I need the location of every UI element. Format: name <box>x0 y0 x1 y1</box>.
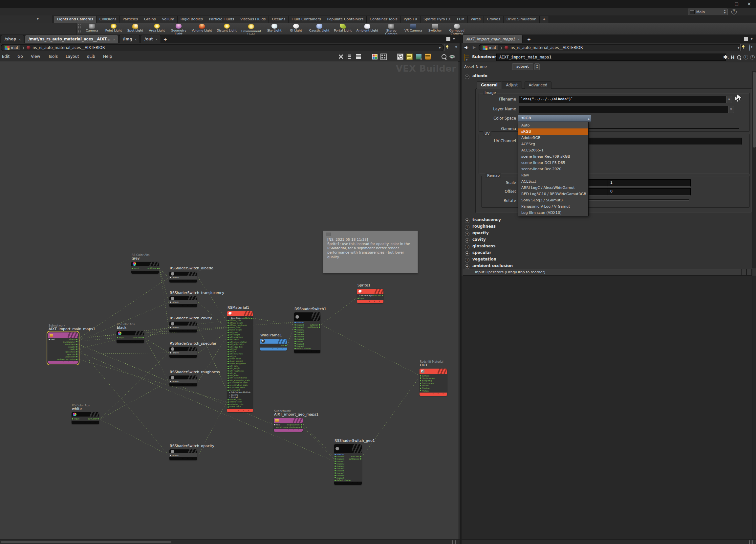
path-tab[interactable]: /shop× <box>1 35 24 43</box>
colorspace-option[interactable]: Auto <box>518 122 588 128</box>
node-RSShaderSwitch1[interactable]: RSShaderSwitch1selectorshader0outColorsh… <box>294 313 320 353</box>
group-vegetation[interactable]: +vegetation <box>465 255 496 262</box>
pane-corner-icon[interactable] <box>749 540 753 544</box>
minimize-button[interactable]: – <box>718 1 728 7</box>
menu-go[interactable]: Go <box>13 52 27 61</box>
input-port-dot[interactable] <box>294 338 296 340</box>
colorspace-option[interactable]: RED Log3G10 / REDWideGamutRGB <box>518 191 588 197</box>
expand-icon[interactable]: + <box>465 251 469 256</box>
left-path-field[interactable]: mat ❭ ns_rs_auto_material_aces__AIXTERIO… <box>1 44 444 51</box>
offset-y-input[interactable]: 0 <box>608 188 691 195</box>
colorspace-option[interactable]: ACEScct <box>518 178 588 185</box>
node-port-row[interactable]: refl_metalness <box>227 353 253 355</box>
input-port-dot[interactable] <box>420 385 421 386</box>
shelf-tool[interactable]: Portal Light <box>333 23 353 33</box>
node-port-row[interactable]: ss_scatter_coeff <box>227 387 253 389</box>
shelf-tab[interactable]: Container Tools <box>367 16 400 23</box>
node-port-row[interactable]: specular <box>48 353 78 356</box>
node-port-row[interactable]: vegetation <box>48 356 78 358</box>
node-port-row[interactable]: ss_amount <box>227 389 253 391</box>
shelf-tool[interactable]: GI Light <box>286 23 306 33</box>
close-tab-icon[interactable]: × <box>517 38 520 41</box>
group-cavity[interactable]: +cavity <box>465 236 486 243</box>
grid-icon[interactable] <box>380 54 387 60</box>
node-port-row[interactable]: ▾Overall <box>227 396 253 399</box>
output-port-dot[interactable] <box>76 354 77 355</box>
asset-name-value[interactable]: subnet <box>512 63 533 70</box>
output-port-dot[interactable] <box>76 346 77 348</box>
input-operators-area[interactable] <box>462 276 756 540</box>
output-port-dot[interactable] <box>76 356 77 358</box>
node-port-row[interactable]: refl_roughness <box>227 336 253 338</box>
node-port-row[interactable]: opacity <box>48 346 78 348</box>
output-port-dot[interactable] <box>319 324 320 326</box>
node-port-row[interactable]: shader3 <box>294 331 320 333</box>
expand-icon[interactable]: + <box>465 264 469 269</box>
display-node-icon[interactable] <box>397 54 403 60</box>
input-port-dot[interactable] <box>227 332 229 333</box>
node-port-row[interactable]: ▸more <box>169 326 197 330</box>
path-history-icon[interactable]: ▼ <box>738 46 740 49</box>
help-icon[interactable]: ? <box>731 9 737 14</box>
menu-edit[interactable]: Edit <box>0 52 13 61</box>
node-port-row[interactable]: refl_edge_tint <box>227 346 253 348</box>
shelf-tool[interactable]: Geometry Light <box>169 23 188 36</box>
node-port-row[interactable]: shader5 <box>334 467 362 469</box>
input-port-dot[interactable] <box>227 359 229 360</box>
input-port-dot[interactable] <box>357 298 359 299</box>
layer-name-input[interactable] <box>519 106 729 113</box>
node-port-row[interactable]: refr_absorption_scale <box>227 380 253 382</box>
input-port-dot[interactable] <box>170 277 171 278</box>
input-port-dot[interactable] <box>294 334 296 335</box>
input-ops-button-1[interactable] <box>741 269 746 276</box>
node-port-row[interactable]: ▸Sub-Surface Multiple Scatte... <box>227 391 253 394</box>
input-port-dot[interactable] <box>227 382 229 384</box>
node-RSShaderSwitch_cavity[interactable]: RSShaderSwitch_cavity▸more• • • <box>169 322 197 333</box>
input-port-dot[interactable] <box>227 339 229 340</box>
node-port-row[interactable]: ▸more <box>169 300 197 304</box>
input-port-dot[interactable] <box>227 325 229 326</box>
output-port-dot[interactable] <box>360 456 361 457</box>
node-port-row[interactable]: ▸Coating <box>227 394 253 396</box>
search-icon[interactable] <box>737 55 741 59</box>
desktop-selector[interactable]: Main <box>688 9 723 15</box>
shelf-tab[interactable]: Lights and Cameras <box>54 16 97 23</box>
pane-corner-icon[interactable] <box>452 540 456 544</box>
output-port-dot[interactable] <box>76 344 77 345</box>
node-port-row[interactable]: shader5 <box>294 336 320 338</box>
input-port-dot[interactable] <box>227 404 229 405</box>
tree-view-icon[interactable] <box>347 54 353 59</box>
node-port-row[interactable]: refr_roughness <box>227 370 253 372</box>
node-RSShaderSwitch_specular[interactable]: RSShaderSwitch_specular▸more• • • <box>169 347 197 358</box>
node-RSShaderSwitch_albedo[interactable]: RSShaderSwitch_albedo▸more• • • <box>169 272 197 283</box>
close-tab-icon[interactable]: × <box>135 38 137 41</box>
node-port-row[interactable]: refr_transmittance <box>227 377 253 379</box>
expand-icon[interactable]: + <box>465 225 469 229</box>
node-port-row[interactable]: diffuse_roughness <box>227 324 253 327</box>
node-header[interactable] <box>169 347 197 351</box>
shelf-tab[interactable]: Rigid Bodies <box>178 16 206 23</box>
shelf-tool[interactable]: VR Camera <box>403 23 423 33</box>
colorspace-option[interactable]: ARRI LogC / AlexaWideGamut <box>518 185 588 191</box>
node-header[interactable] <box>169 272 197 276</box>
input-port-dot[interactable] <box>274 424 275 425</box>
output-port-dot[interactable] <box>76 359 77 360</box>
node-port-row[interactable]: default_shader <box>334 479 362 481</box>
path-history-icon[interactable]: ▼ <box>439 46 441 49</box>
menu-tools[interactable]: Tools <box>44 52 62 61</box>
node-port-row[interactable]: glossiness <box>48 351 78 353</box>
new-tab-button[interactable]: + <box>527 36 531 42</box>
shelf-tool[interactable]: Ambient Light <box>355 23 379 33</box>
output-port-dot[interactable] <box>142 337 144 338</box>
node-RSShaderSwitch_geo1[interactable]: RSShaderSwitch_geo1selectorshader0outCol… <box>334 444 362 485</box>
node-port-row[interactable]: ambient_occlusion <box>48 358 78 361</box>
input-port-dot[interactable] <box>294 331 296 333</box>
node-port-row[interactable]: refr_color <box>227 365 253 367</box>
link-radar-icon[interactable] <box>454 44 454 51</box>
shelf-tab[interactable]: FEM <box>454 16 468 23</box>
node-port-row[interactable]: sheen_weight <box>227 360 253 362</box>
shelf-tool[interactable]: Gamepad Camera <box>447 23 467 36</box>
node-port-row[interactable]: ▾Base Prope...outColor <box>227 317 253 319</box>
param-tab-general[interactable]: General <box>477 81 502 89</box>
input-port-dot[interactable] <box>420 380 421 381</box>
